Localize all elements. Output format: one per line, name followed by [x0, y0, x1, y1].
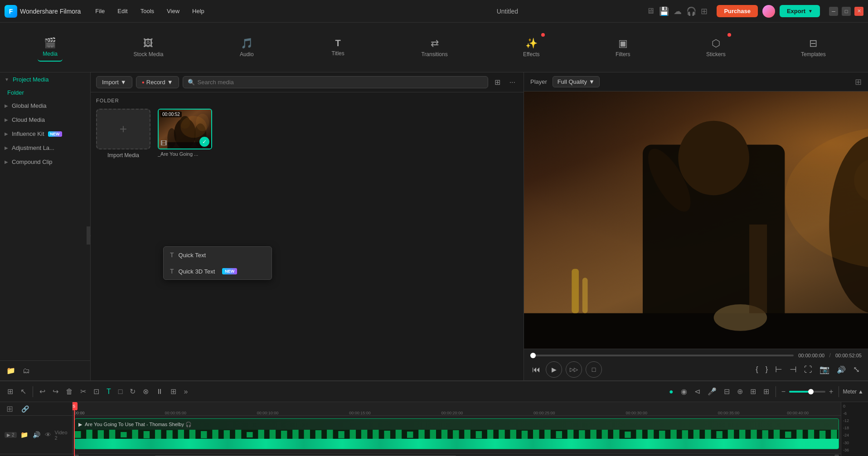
effects-button[interactable]: ◉ [678, 385, 690, 398]
sidebar-item-cloud-media[interactable]: ▶ Cloud Media [0, 113, 90, 127]
mic-button[interactable]: 🎤 [705, 385, 719, 398]
sidebar-influence-kit-label: Influence Kit [12, 130, 44, 137]
minimize-button[interactable]: ─ [829, 7, 838, 16]
sidebar-item-adjustment-layer[interactable]: ▶ Adjustment La... [0, 141, 90, 155]
menu-file[interactable]: File [90, 6, 110, 16]
export-frame-button[interactable]: ⊞ [747, 385, 759, 398]
close-button[interactable]: ✕ [854, 7, 863, 16]
select-tool-button[interactable]: ↖ [18, 385, 29, 398]
zoom-in-button[interactable]: + [827, 386, 835, 398]
sidebar-item-project-media[interactable]: ▼ Project Media [0, 72, 90, 86]
progress-track[interactable] [530, 355, 794, 356]
avatar[interactable] [762, 5, 775, 18]
mark-in-button[interactable]: { [754, 364, 760, 375]
svg-point-18 [678, 121, 749, 196]
more-tools-button[interactable]: » [181, 386, 190, 398]
desktop-icon[interactable]: 🖥 [646, 6, 655, 16]
quick-3d-text-option[interactable]: T Quick 3D Text NEW [164, 263, 272, 279]
tab-audio[interactable]: 🎵 Audio [234, 34, 259, 61]
import-button[interactable]: ⊞ [761, 385, 772, 398]
tab-templates[interactable]: ⊟ Templates [796, 34, 830, 61]
export-button[interactable]: Export ▼ [780, 5, 820, 17]
video-track-2: ▶ Are You Going To Use That - Thomas She… [73, 416, 841, 454]
track-add-button[interactable]: 📁 [19, 430, 29, 439]
svg-rect-90 [808, 430, 814, 439]
quick-text-option[interactable]: T Quick Text [164, 247, 272, 263]
split-button[interactable]: ⊢ [773, 363, 784, 376]
search-input[interactable] [198, 79, 483, 86]
filter-icon-button[interactable]: ⊞ [492, 76, 503, 88]
tab-effects[interactable]: ✨ Effects [519, 34, 544, 61]
snapshot-button[interactable]: 📷 [818, 363, 831, 376]
purchase-button[interactable]: Purchase [717, 5, 758, 17]
record-button[interactable]: ● Record ▼ [136, 76, 179, 88]
tab-media[interactable]: 🎬 Media [38, 34, 63, 62]
multi-track-button[interactable]: ⊟ [721, 385, 732, 398]
grid-icon[interactable]: ⊞ [701, 6, 708, 16]
delete-button[interactable]: 🗑 [63, 386, 76, 398]
menu-help[interactable]: Help [187, 6, 210, 16]
ai-color-button[interactable]: ● [666, 386, 676, 398]
loop-button[interactable]: □ [586, 361, 602, 378]
volume-button[interactable]: 🔊 [835, 364, 848, 376]
redo-button[interactable]: ↪ [50, 385, 61, 398]
beat-button[interactable]: ⊕ [734, 385, 746, 398]
menu-edit[interactable]: Edit [112, 6, 133, 16]
divider [839, 386, 839, 397]
tab-stock-media[interactable]: 🖼 Stock Media [129, 34, 168, 61]
mask-button[interactable]: ⊲ [692, 385, 703, 398]
transform-button[interactable]: ⊞ [168, 385, 179, 398]
rotate-button[interactable]: ↻ [127, 385, 138, 398]
svg-rect-41 [247, 432, 252, 437]
scenes-button[interactable]: ⊞ [5, 385, 16, 398]
text-tool-button[interactable]: T [104, 386, 114, 398]
step-forward-button[interactable]: ▷▷ [566, 361, 582, 378]
cloud-upload-icon[interactable]: ☁ [674, 6, 682, 16]
link-tracks-button[interactable]: 🔗 [19, 403, 32, 414]
import-media-card[interactable]: + [96, 109, 150, 149]
crop-button[interactable]: ⊡ [91, 385, 102, 398]
add-track-button[interactable]: ⊞ [4, 402, 16, 416]
new-badge: NEW [48, 131, 62, 137]
cut-button[interactable]: ✂ [78, 385, 89, 398]
split-button[interactable]: ⊗ [140, 385, 151, 398]
tab-stickers[interactable]: ⬡ Stickers [702, 34, 730, 61]
play-button[interactable]: ▶ [546, 361, 562, 378]
track-volume-button[interactable]: 🔊 [32, 430, 41, 439]
freeze-button[interactable]: ⏸ [153, 386, 166, 398]
player-expand-button[interactable]: ⊞ [855, 77, 862, 87]
tab-transitions[interactable]: ⇄ Transitions [417, 34, 452, 61]
tab-titles[interactable]: T Titles [325, 34, 350, 60]
media-thumbnail[interactable]: 00:00:52 🎞 ✓ [158, 109, 212, 149]
meter-label[interactable]: Meter ▲ [843, 389, 863, 395]
chevron-right-button[interactable]: ⊣ [788, 363, 799, 376]
track-visibility-button[interactable]: 👁 [44, 430, 52, 439]
menu-tools[interactable]: Tools [135, 6, 160, 16]
quality-selector[interactable]: Full Quality ▼ [553, 76, 600, 87]
search-box[interactable]: 🔍 [183, 76, 488, 88]
undo-button[interactable]: ↩ [37, 385, 48, 398]
fullscreen-button[interactable]: ⛶ [802, 363, 814, 376]
import-button[interactable]: Import ▼ [96, 76, 132, 88]
headphone-icon[interactable]: 🎧 [686, 6, 696, 16]
playhead-head[interactable]: S [73, 402, 78, 410]
menu-view[interactable]: View [161, 6, 185, 16]
new-folder-button[interactable]: 📁 [5, 365, 17, 377]
mark-out-button[interactable]: } [764, 364, 770, 375]
maximize-button[interactable]: □ [842, 7, 851, 16]
delete-folder-button[interactable]: 🗂 [21, 365, 32, 377]
more-options-button[interactable]: ··· [507, 77, 518, 88]
sidebar-item-global-media[interactable]: ▶ Global Media [0, 99, 90, 113]
more-button[interactable]: ⤡ [851, 363, 862, 376]
zoom-slider-thumb[interactable] [808, 389, 814, 394]
zoom-out-button[interactable]: − [780, 386, 787, 398]
shape-tool-button[interactable]: □ [116, 386, 126, 398]
sidebar-item-influence-kit[interactable]: ▶ Influence Kit NEW [0, 127, 90, 141]
save-icon[interactable]: 💾 [659, 6, 669, 16]
skip-back-button[interactable]: ⏮ [530, 363, 542, 376]
progress-thumb[interactable] [530, 353, 536, 358]
video-clip[interactable]: ▶ Are You Going To Use That - Thomas She… [74, 418, 839, 449]
sidebar-item-compound-clip[interactable]: ▶ Compound Clip [0, 155, 90, 169]
tab-filters[interactable]: ▣ Filters [611, 34, 635, 61]
zoom-slider[interactable] [789, 391, 825, 393]
